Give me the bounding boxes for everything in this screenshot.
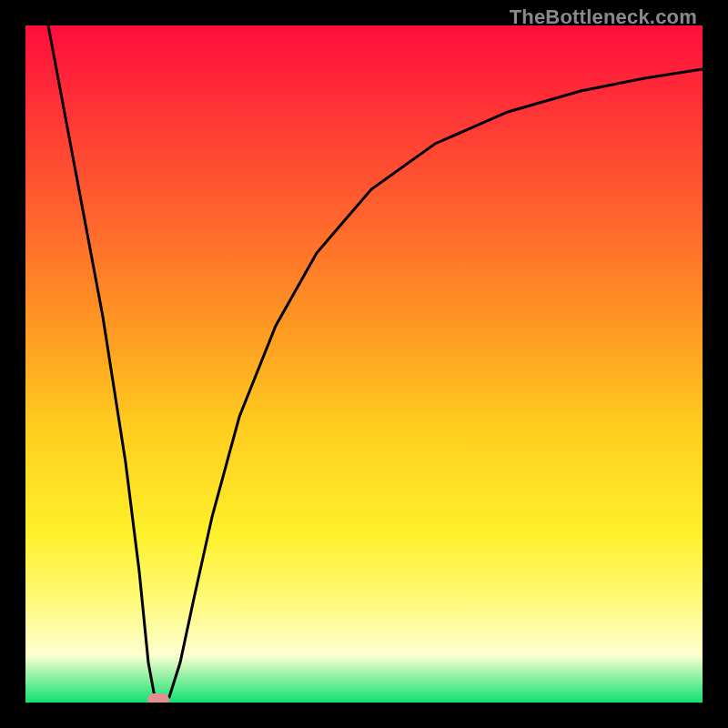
- watermark-text: TheBottleneck.com: [510, 5, 697, 29]
- chart-frame: TheBottleneck.com: [0, 0, 728, 728]
- bottleneck-curve: [25, 25, 703, 703]
- minimum-marker: [147, 693, 169, 703]
- plot-area: [25, 25, 703, 703]
